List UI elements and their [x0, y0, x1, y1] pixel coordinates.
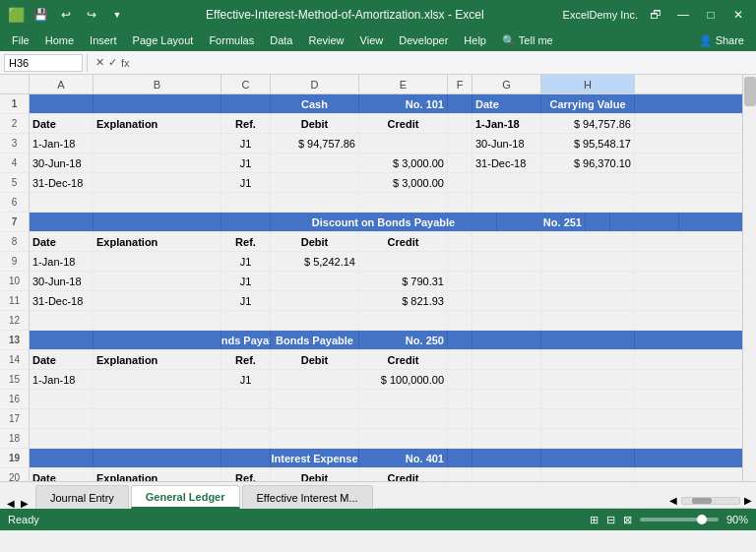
- col-header-d[interactable]: D: [271, 75, 359, 93]
- cell-h8[interactable]: [541, 232, 635, 251]
- confirm-formula-icon[interactable]: ✓: [108, 56, 117, 69]
- redo-icon[interactable]: ↪: [82, 6, 101, 24]
- tab-nav-left[interactable]: ◀: [4, 498, 18, 509]
- cell-a13[interactable]: [30, 331, 94, 349]
- cell-h17[interactable]: [541, 409, 635, 428]
- insert-function-icon[interactable]: fx: [121, 57, 130, 69]
- cell-a2[interactable]: Date: [30, 114, 94, 133]
- cell-g10[interactable]: [472, 272, 541, 290]
- cell-a10[interactable]: 30-Jun-18: [30, 272, 94, 290]
- cell-c16[interactable]: [221, 390, 271, 408]
- cell-a20[interactable]: Date: [30, 468, 94, 481]
- cell-f16[interactable]: [448, 390, 472, 408]
- cell-b10[interactable]: [94, 272, 221, 290]
- cell-h14[interactable]: [541, 350, 635, 369]
- cell-a11[interactable]: 31-Dec-18: [30, 291, 94, 310]
- cell-g14[interactable]: [472, 350, 541, 369]
- minimize-button[interactable]: —: [673, 5, 693, 25]
- cell-e7[interactable]: No. 251: [497, 213, 586, 231]
- menu-home[interactable]: Home: [37, 32, 82, 48]
- cell-c11[interactable]: J1: [221, 291, 271, 310]
- cell-b1[interactable]: [94, 94, 221, 113]
- cell-g13[interactable]: [472, 331, 541, 349]
- cell-f5[interactable]: [448, 173, 472, 192]
- cell-c2[interactable]: Ref.: [221, 114, 271, 133]
- cell-b4[interactable]: [94, 153, 221, 172]
- cell-d14[interactable]: Debit: [271, 350, 359, 369]
- cell-a7[interactable]: [30, 213, 94, 231]
- cell-f12[interactable]: [448, 311, 472, 330]
- cell-d16[interactable]: [271, 390, 359, 408]
- cell-e10[interactable]: $ 790.31: [359, 272, 448, 290]
- cell-c5[interactable]: J1: [221, 173, 271, 192]
- scrollbar-right[interactable]: [742, 75, 756, 481]
- formula-input[interactable]: [134, 57, 752, 69]
- cell-g18[interactable]: [472, 429, 541, 448]
- col-header-a[interactable]: A: [30, 75, 94, 93]
- cell-b9[interactable]: [94, 252, 221, 271]
- col-header-b[interactable]: B: [94, 75, 221, 93]
- cell-g19[interactable]: [472, 449, 541, 467]
- cell-b16[interactable]: [94, 390, 221, 408]
- cell-b5[interactable]: [94, 173, 221, 192]
- cell-d19[interactable]: Interest Expense: [271, 449, 359, 467]
- maximize-button[interactable]: □: [701, 5, 721, 25]
- cell-a17[interactable]: [30, 409, 94, 428]
- cell-g8[interactable]: [472, 232, 541, 251]
- cell-a12[interactable]: [30, 311, 94, 330]
- cell-e12[interactable]: [359, 311, 448, 330]
- cell-d9[interactable]: $ 5,242.14: [271, 252, 359, 271]
- cell-a18[interactable]: [30, 429, 94, 448]
- cell-a3[interactable]: 1-Jan-18: [30, 134, 94, 153]
- cell-e4[interactable]: $ 3,000.00: [359, 153, 448, 172]
- menu-formulas[interactable]: Formulas: [201, 32, 262, 48]
- cell-c12[interactable]: [221, 311, 271, 330]
- close-button[interactable]: ✕: [728, 5, 748, 25]
- cell-d13[interactable]: Bonds Payable: [271, 331, 359, 349]
- cell-b7[interactable]: [94, 213, 221, 231]
- cell-f13[interactable]: [448, 331, 472, 349]
- cell-f3[interactable]: [448, 134, 472, 153]
- cell-g7[interactable]: [610, 213, 679, 231]
- col-header-f[interactable]: F: [448, 75, 472, 93]
- menu-tell-me[interactable]: 🔍 Tell me: [494, 32, 561, 49]
- cell-h5[interactable]: [541, 173, 635, 192]
- cell-e5[interactable]: $ 3,000.00: [359, 173, 448, 192]
- cell-a19[interactable]: [30, 449, 94, 467]
- cell-h15[interactable]: [541, 370, 635, 389]
- col-header-e[interactable]: E: [359, 75, 448, 93]
- cell-e3[interactable]: [359, 134, 448, 153]
- save-icon[interactable]: 💾: [31, 6, 50, 24]
- col-header-h[interactable]: H: [541, 75, 635, 93]
- cell-c13[interactable]: Bonds Payable: [221, 331, 271, 349]
- horizontal-scrollbar-left[interactable]: ◀: [669, 495, 677, 506]
- cell-c10[interactable]: J1: [221, 272, 271, 290]
- cell-d2[interactable]: Debit: [271, 114, 359, 133]
- cell-h20[interactable]: [541, 468, 635, 481]
- cell-a16[interactable]: [30, 390, 94, 408]
- tab-effective-interest[interactable]: Effective Interest M...: [242, 485, 373, 509]
- menu-help[interactable]: Help: [456, 32, 494, 48]
- menu-view[interactable]: View: [352, 32, 392, 48]
- cell-b14[interactable]: Explanation: [94, 350, 221, 369]
- cell-c6[interactable]: [221, 193, 271, 212]
- view-normal-icon[interactable]: ⊞: [590, 514, 598, 526]
- cell-d20[interactable]: Debit: [271, 468, 359, 481]
- cell-e19[interactable]: No. 401: [359, 449, 448, 467]
- cell-c8[interactable]: Ref.: [221, 232, 271, 251]
- cell-c4[interactable]: J1: [221, 153, 271, 172]
- cell-b17[interactable]: [94, 409, 221, 428]
- cell-b2[interactable]: Explanation: [94, 114, 221, 133]
- cell-a4[interactable]: 30-Jun-18: [30, 153, 94, 172]
- cell-b13[interactable]: [94, 331, 221, 349]
- cell-e20[interactable]: Credit: [359, 468, 448, 481]
- cell-h16[interactable]: [541, 390, 635, 408]
- cell-g15[interactable]: [472, 370, 541, 389]
- view-pagebreak-icon[interactable]: ⊠: [623, 514, 632, 526]
- quick-access-more[interactable]: ▼: [107, 6, 127, 24]
- cell-c17[interactable]: [221, 409, 271, 428]
- cell-h7[interactable]: [679, 213, 742, 231]
- cell-e9[interactable]: [359, 252, 448, 271]
- cell-h1[interactable]: Carrying Value: [541, 94, 635, 113]
- cell-d3[interactable]: $ 94,757.86: [271, 134, 359, 153]
